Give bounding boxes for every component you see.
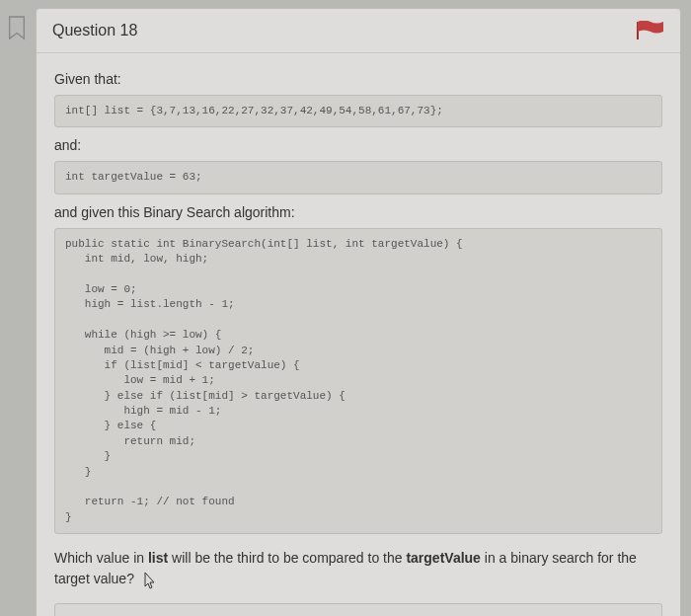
algo-label: and given this Binary Search algorithm:	[54, 204, 662, 220]
q-mid: will be the third to be compared to the	[168, 550, 406, 566]
answer-input[interactable]	[54, 603, 662, 616]
and-label: and:	[54, 137, 662, 153]
q-bold2: targetValue	[406, 550, 480, 566]
question-body: Given that: int[] list = {3,7,13,16,22,2…	[37, 53, 680, 616]
question-prompt: Which value in list will be the third to…	[54, 548, 662, 589]
question-header: Question 18	[37, 9, 680, 53]
flag-icon[interactable]	[637, 21, 664, 40]
bookmark-icon	[6, 14, 28, 41]
question-title: Question 18	[52, 22, 137, 39]
question-card: Question 18 Given that: int[] list = {3,…	[36, 8, 681, 616]
given-that-label: Given that:	[54, 71, 662, 87]
q-bold1: list	[148, 550, 168, 566]
code-algorithm: public static int BinarySearch(int[] lis…	[54, 228, 662, 534]
q-pre: Which value in	[54, 550, 148, 566]
cursor-icon	[144, 572, 158, 589]
code-list: int[] list = {3,7,13,16,22,27,32,37,42,4…	[54, 95, 662, 127]
code-target: int targetValue = 63;	[54, 161, 662, 193]
